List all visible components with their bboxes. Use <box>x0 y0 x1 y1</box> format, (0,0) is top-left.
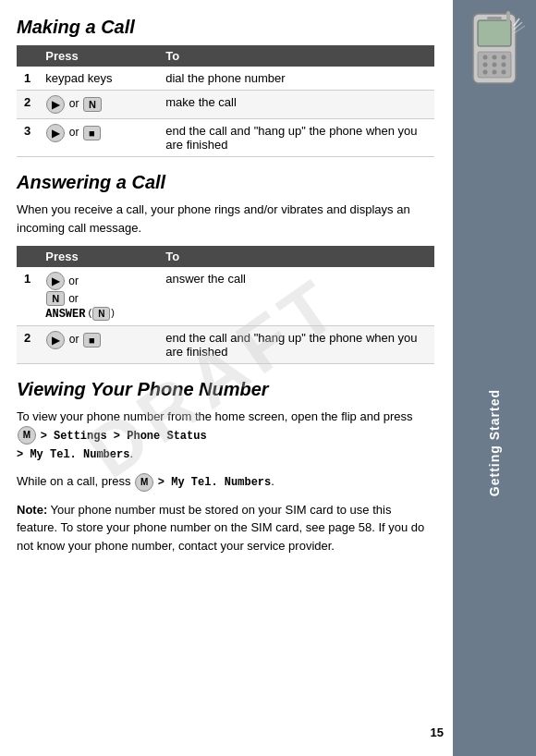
viewing-phone-number-section: Viewing Your Phone Number To view your p… <box>17 379 434 555</box>
answering-a-call-section: Answering a Call When you receive a call… <box>17 172 434 364</box>
para2-menu: > My Tel. Numbers <box>158 476 271 489</box>
to-cell: dial the phone number <box>158 67 434 91</box>
press-cell: keypad keys <box>38 67 158 91</box>
table-row: 1 keypad keys dial the phone number <box>17 67 434 91</box>
or-text2: or <box>69 126 82 139</box>
press-cell: ▶ or ■ <box>38 119 158 157</box>
page-number: 15 <box>431 726 444 739</box>
making-a-call-section: Making a Call Press To 1 keypad keys dia… <box>17 17 434 157</box>
answer-line3: ANSWER (N) <box>45 307 151 321</box>
to-cell: make the call <box>158 91 434 119</box>
table-col-num2 <box>17 246 38 267</box>
svg-rect-13 <box>506 11 510 22</box>
svg-point-3 <box>483 55 488 60</box>
para2-before: While on a call, press <box>17 474 131 488</box>
table-row: 2 ▶ or ■ end the call and "hang up" the … <box>17 326 434 364</box>
svg-point-9 <box>483 70 488 75</box>
end-key-icon: ■ <box>83 126 101 140</box>
n-key-icon: N <box>83 97 102 112</box>
to-cell: end the call and "hang up" the phone whe… <box>158 326 434 364</box>
row-num: 2 <box>17 91 38 119</box>
svg-point-4 <box>493 55 497 60</box>
row-num: 3 <box>17 119 38 157</box>
sidebar: Getting Started <box>453 0 536 756</box>
send-key-icon4: ▶ <box>46 331 65 349</box>
press-cell: ▶ or N <box>38 91 158 119</box>
making-a-call-table: Press To 1 keypad keys dial the phone nu… <box>17 45 434 157</box>
para1-after: . <box>129 446 133 460</box>
sidebar-text-container: Getting Started <box>487 129 502 756</box>
table-row: 1 ▶ or N or ANSWER <box>17 267 434 326</box>
to-cell: end the call and "hang up" the phone whe… <box>158 119 434 157</box>
svg-point-6 <box>483 63 488 67</box>
para1-before: To view your phone number from the home … <box>17 409 413 423</box>
svg-point-7 <box>493 63 497 67</box>
n-key-icon2: N <box>46 291 65 306</box>
making-call-press-header: Press <box>38 45 158 67</box>
para1-menu: > Settings > Phone Status <box>41 430 207 443</box>
to-cell: answer the call <box>158 267 434 326</box>
phone-illustration <box>462 9 527 111</box>
or-label: or <box>68 274 79 287</box>
svg-point-5 <box>502 55 506 60</box>
viewing-para2: While on a call, press M > My Tel. Numbe… <box>17 472 434 492</box>
press-cell-content: ▶ or N or ANSWER (N) <box>45 272 151 321</box>
svg-rect-12 <box>487 17 502 19</box>
end-key-icon2: ■ <box>83 333 101 348</box>
answering-a-call-table: Press To 1 ▶ or N <box>17 246 434 364</box>
press-cell: ▶ or N or ANSWER (N) <box>38 267 158 326</box>
answer-key-n: (N) <box>88 307 115 321</box>
answer-line1: ▶ or <box>45 272 151 290</box>
row-num: 1 <box>17 267 38 326</box>
row-num: 2 <box>17 326 38 364</box>
send-key-icon2: ▶ <box>46 124 65 142</box>
sidebar-label: Getting Started <box>487 389 502 496</box>
press-cell: ▶ or ■ <box>38 326 158 364</box>
answering-call-press-header: Press <box>38 246 158 267</box>
answer-key-label: ANSWER <box>45 308 85 321</box>
or-text: or <box>69 97 82 110</box>
svg-point-10 <box>493 70 497 75</box>
n-key-icon3: N <box>92 307 110 321</box>
menu-key-icon: M <box>18 426 36 445</box>
note-paragraph: Note: Your phone number must be stored o… <box>17 501 434 555</box>
answering-call-to-header: To <box>158 246 434 267</box>
or-label2: or <box>68 292 79 305</box>
viewing-phone-number-title: Viewing Your Phone Number <box>17 379 434 400</box>
row-num: 1 <box>17 67 38 91</box>
answer-line2: N or <box>45 291 151 306</box>
table-row: 3 ▶ or ■ end the call and "hang up" the … <box>17 119 434 157</box>
svg-point-11 <box>502 70 506 75</box>
main-content: Making a Call Press To 1 keypad keys dia… <box>0 0 453 580</box>
para1-menu2: > My Tel. Numbers <box>17 448 129 461</box>
making-call-to-header: To <box>158 45 434 67</box>
answering-a-call-title: Answering a Call <box>17 172 434 193</box>
note-body: Your phone number must be stored on your… <box>17 503 424 553</box>
viewing-para1: To view your phone number from the home … <box>17 408 434 463</box>
para2-after: . <box>271 474 274 488</box>
send-key-icon3: ▶ <box>46 272 65 290</box>
table-col-num <box>17 45 38 67</box>
svg-point-8 <box>502 63 506 67</box>
answering-call-body: When you receive a call, your phone ring… <box>17 201 434 237</box>
table-row: 2 ▶ or N make the call <box>17 91 434 119</box>
or-text3: or <box>69 333 82 346</box>
svg-rect-1 <box>478 20 511 46</box>
send-key-icon: ▶ <box>46 95 65 114</box>
menu-key-icon2: M <box>135 473 153 492</box>
note-label: Note: <box>17 503 47 517</box>
making-a-call-title: Making a Call <box>17 17 434 38</box>
